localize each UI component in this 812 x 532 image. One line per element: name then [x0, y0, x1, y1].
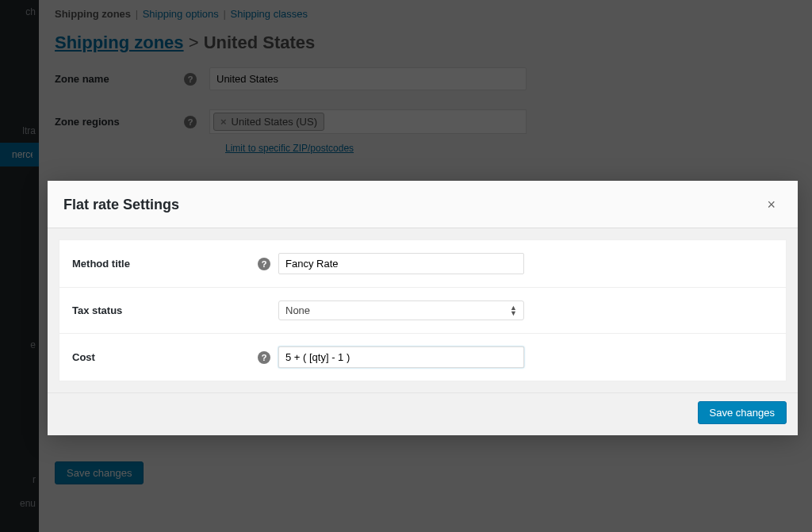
row-tax-status: Tax status None ▲▼: [59, 288, 786, 334]
flat-rate-settings-modal: Flat rate Settings × Method title ? Tax …: [48, 181, 798, 435]
save-changes-button[interactable]: Save changes: [698, 401, 787, 424]
modal-footer: Save changes: [48, 392, 798, 435]
cost-input[interactable]: [278, 346, 524, 368]
row-cost: Cost ?: [59, 334, 786, 381]
modal-title: Flat rate Settings: [63, 197, 179, 213]
method-title-label: Method title: [72, 258, 130, 270]
help-icon[interactable]: ?: [258, 351, 270, 364]
method-title-input[interactable]: [278, 253, 524, 274]
modal-header: Flat rate Settings ×: [48, 181, 798, 228]
close-icon[interactable]: ×: [760, 193, 782, 216]
help-icon[interactable]: ?: [258, 258, 270, 270]
cost-label: Cost: [72, 351, 95, 363]
tax-status-select[interactable]: None ▲▼: [278, 300, 524, 320]
row-method-title: Method title ?: [59, 240, 786, 288]
select-arrows-icon: ▲▼: [510, 305, 517, 316]
tax-status-label: Tax status: [72, 304, 122, 316]
